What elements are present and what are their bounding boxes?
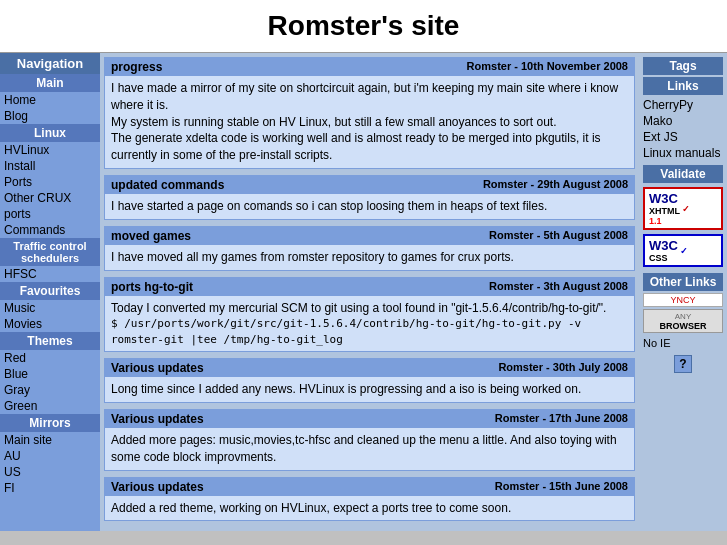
- post-moved-games-title: moved games: [111, 229, 191, 243]
- any-text: ANY: [675, 312, 691, 321]
- post-updated-commands: updated commands Romster - 29th August 2…: [104, 175, 635, 220]
- sidebar-item-home[interactable]: Home: [0, 92, 100, 108]
- post-progress: progress Romster - 10th November 2008 I …: [104, 57, 635, 169]
- post-various-3-header: Various updates Romster - 15th June 2008: [105, 478, 634, 496]
- post-moved-games-header: moved games Romster - 5th August 2008: [105, 227, 634, 245]
- question-mark-box[interactable]: ?: [674, 355, 692, 373]
- post-various-2-header: Various updates Romster - 17th June 2008: [105, 410, 634, 428]
- sidebar-item-hvlinux[interactable]: HVLinux: [0, 142, 100, 158]
- sidebar-item-us[interactable]: US: [0, 464, 100, 480]
- post-updated-commands-body: I have started a page on comands so i ca…: [105, 194, 634, 219]
- post-hg-to-git-title: ports hg-to-git: [111, 280, 193, 294]
- sidebar-item-red[interactable]: Red: [0, 350, 100, 366]
- xhtml-check-icon: ✓: [682, 204, 690, 214]
- other-links-header: Other Links: [643, 273, 723, 291]
- post-various-2: Various updates Romster - 17th June 2008…: [104, 409, 635, 471]
- sidebar-item-blue[interactable]: Blue: [0, 366, 100, 382]
- sidebar-section-themes: Themes: [0, 332, 100, 350]
- sidebar-section-linux: Linux: [0, 124, 100, 142]
- sidebar-item-music[interactable]: Music: [0, 300, 100, 316]
- left-sidebar: Navigation Main Home Blog Linux HVLinux …: [0, 53, 100, 531]
- site-title: Romster's site: [0, 0, 727, 53]
- main-content: progress Romster - 10th November 2008 I …: [100, 53, 639, 531]
- post-hg-to-git-body: Today I converted my mercurial SCM to gi…: [105, 296, 634, 352]
- post-various-2-body: Added more pages: music,movies,tc-hfsc a…: [105, 428, 634, 470]
- sidebar-item-au[interactable]: AU: [0, 448, 100, 464]
- browser-text: BROWSER: [660, 321, 707, 331]
- yncy-badge[interactable]: YNCY: [643, 293, 723, 307]
- sidebar-item-green[interactable]: Green: [0, 398, 100, 414]
- post-progress-meta: Romster - 10th November 2008: [467, 60, 628, 74]
- sidebar-item-ports2[interactable]: ports: [0, 206, 100, 222]
- css-check-icon: ✓: [680, 246, 688, 256]
- post-moved-games-meta: Romster - 5th August 2008: [489, 229, 628, 243]
- sidebar-item-ports[interactable]: Ports: [0, 174, 100, 190]
- right-link-linux-manuals[interactable]: Linux manuals: [643, 145, 723, 161]
- post-progress-title: progress: [111, 60, 162, 74]
- post-updated-commands-header: updated commands Romster - 29th August 2…: [105, 176, 634, 194]
- w3c-css-label: W3C CSS: [649, 238, 678, 263]
- post-moved-games-body: I have moved all my games from romster r…: [105, 245, 634, 270]
- nav-header: Navigation: [0, 53, 100, 74]
- post-hg-to-git-meta: Romster - 3th August 2008: [489, 280, 628, 294]
- sidebar-section-main: Main: [0, 74, 100, 92]
- post-various-3-meta: Romster - 15th June 2008: [495, 480, 628, 494]
- post-updated-commands-meta: Romster - 29th August 2008: [483, 178, 628, 192]
- question-mark-container: ?: [643, 355, 723, 373]
- sidebar-item-gray[interactable]: Gray: [0, 382, 100, 398]
- post-various-3-body: Added a red theme, working on HVLinux, e…: [105, 496, 634, 521]
- sidebar-item-hfsc[interactable]: HFSC: [0, 266, 100, 282]
- sidebar-section-favourites: Favourites: [0, 282, 100, 300]
- validate-header: Validate: [643, 165, 723, 183]
- sidebar-item-commands[interactable]: Commands: [0, 222, 100, 238]
- sidebar-section-mirrors: Mirrors: [0, 414, 100, 432]
- post-various-3: Various updates Romster - 15th June 2008…: [104, 477, 635, 522]
- tags-header: Tags: [643, 57, 723, 75]
- sidebar-item-fi[interactable]: FI: [0, 480, 100, 496]
- post-hg-to-git-header: ports hg-to-git Romster - 3th August 200…: [105, 278, 634, 296]
- right-link-mako[interactable]: Mako: [643, 113, 723, 129]
- post-hg-to-git: ports hg-to-git Romster - 3th August 200…: [104, 277, 635, 353]
- post-various-1-body: Long time since I added any news. HVLinu…: [105, 377, 634, 402]
- post-updated-commands-title: updated commands: [111, 178, 224, 192]
- any-browser-badge[interactable]: ANY BROWSER: [643, 309, 723, 333]
- post-various-1-title: Various updates: [111, 361, 204, 375]
- sidebar-item-other-crux[interactable]: Other CRUX: [0, 190, 100, 206]
- post-various-1-meta: Romster - 30th July 2008: [498, 361, 628, 375]
- sidebar-item-movies[interactable]: Movies: [0, 316, 100, 332]
- post-various-1: Various updates Romster - 30th July 2008…: [104, 358, 635, 403]
- post-various-3-title: Various updates: [111, 480, 204, 494]
- post-various-1-header: Various updates Romster - 30th July 2008: [105, 359, 634, 377]
- css-badge[interactable]: W3C CSS ✓: [643, 234, 723, 267]
- sidebar-item-blog[interactable]: Blog: [0, 108, 100, 124]
- sidebar-item-install[interactable]: Install: [0, 158, 100, 174]
- post-moved-games: moved games Romster - 5th August 2008 I …: [104, 226, 635, 271]
- post-various-2-title: Various updates: [111, 412, 204, 426]
- yncy-label: YNCY: [670, 295, 695, 305]
- post-progress-header: progress Romster - 10th November 2008: [105, 58, 634, 76]
- w3c-xhtml-label: W3C XHTML1.1: [649, 191, 680, 226]
- right-link-extjs[interactable]: Ext JS: [643, 129, 723, 145]
- sidebar-section-traffic: Traffic control schedulers: [0, 238, 100, 266]
- links-header: Links: [643, 77, 723, 95]
- right-link-cherrypy[interactable]: CherryPy: [643, 97, 723, 113]
- no-ie-label: No IE: [643, 335, 723, 351]
- xhtml-badge[interactable]: W3C XHTML1.1 ✓: [643, 187, 723, 230]
- sidebar-item-main-site[interactable]: Main site: [0, 432, 100, 448]
- post-various-2-meta: Romster - 17th June 2008: [495, 412, 628, 426]
- right-sidebar: Tags Links CherryPy Mako Ext JS Linux ma…: [639, 53, 727, 531]
- post-progress-body: I have made a mirror of my site on short…: [105, 76, 634, 168]
